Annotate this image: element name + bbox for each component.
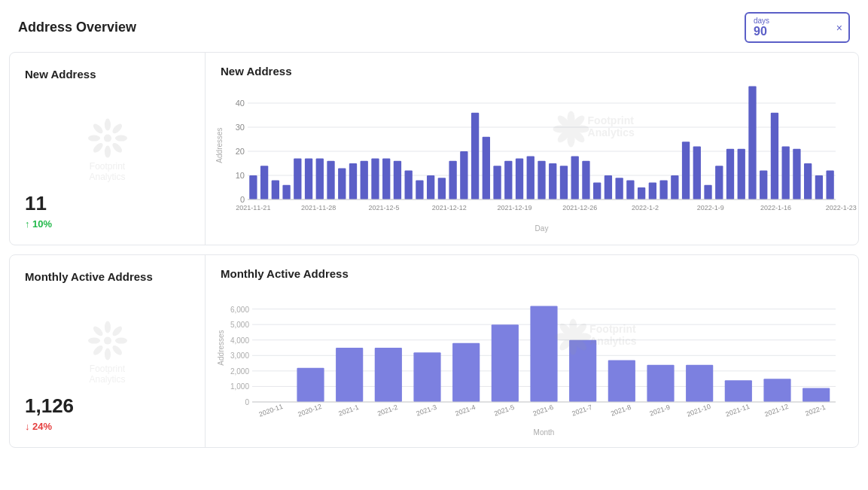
svg-rect-59 — [682, 142, 690, 199]
svg-rect-56 — [649, 183, 656, 199]
monthly-active-stat-title: Monthly Active Address — [25, 270, 190, 283]
svg-rect-21 — [260, 166, 268, 199]
days-value: 90 — [754, 25, 767, 38]
monthly-number: 1,126 — [25, 394, 74, 418]
svg-rect-34 — [405, 171, 413, 199]
svg-text:0: 0 — [245, 398, 249, 406]
svg-point-99 — [115, 337, 127, 343]
svg-rect-25 — [305, 159, 312, 199]
new-address-stat-title: New Address — [25, 68, 190, 81]
svg-point-96 — [104, 336, 111, 344]
new-address-chart: 010203040Addresses2021-11-212021-11-2820… — [213, 84, 843, 234]
svg-text:2021-12-26: 2021-12-26 — [562, 204, 597, 212]
svg-point-98 — [111, 324, 123, 337]
svg-rect-38 — [449, 161, 456, 199]
svg-rect-27 — [327, 161, 334, 199]
svg-text:2021-12-12: 2021-12-12 — [432, 204, 467, 212]
svg-text:2020-11: 2020-11 — [258, 403, 284, 418]
new-address-stat: New Address FootprintAnalyti — [10, 53, 206, 245]
svg-rect-69 — [793, 149, 800, 199]
svg-text:2021-1: 2021-1 — [337, 403, 360, 418]
svg-text:2021-11-21: 2021-11-21 — [236, 204, 270, 212]
svg-rect-23 — [282, 185, 290, 199]
monthly-change: ↓ 24% — [25, 421, 52, 432]
svg-text:Footprint: Footprint — [589, 323, 636, 335]
svg-rect-24 — [294, 159, 301, 199]
new-address-chart-area: New Address 010203040Addresses2021-11-21… — [206, 53, 858, 245]
svg-text:2021-11-28: 2021-11-28 — [301, 204, 336, 212]
svg-text:2021-12-19: 2021-12-19 — [497, 204, 531, 212]
svg-rect-47 — [549, 163, 556, 199]
svg-text:2021-2: 2021-2 — [376, 403, 399, 418]
svg-point-6 — [91, 141, 104, 154]
svg-rect-43 — [504, 161, 512, 199]
svg-rect-44 — [516, 159, 523, 199]
svg-text:2022-1-23: 2022-1-23 — [826, 204, 857, 212]
days-close-button[interactable]: × — [836, 23, 842, 33]
svg-text:2021-10: 2021-10 — [686, 403, 711, 418]
monthly-chart-area: Monthly Active Address 01,0002,0003,0004… — [206, 255, 858, 447]
svg-text:2021-11: 2021-11 — [725, 403, 751, 418]
svg-rect-50 — [582, 161, 589, 199]
svg-rect-53 — [615, 178, 623, 199]
svg-rect-20 — [249, 175, 257, 199]
page-header: Address Overview days 90 × — [0, 0, 868, 52]
svg-point-8 — [91, 122, 104, 135]
svg-text:2021-9: 2021-9 — [649, 403, 672, 418]
svg-text:2021-12: 2021-12 — [763, 403, 789, 418]
svg-point-3 — [115, 135, 127, 141]
svg-text:Addresses: Addresses — [217, 330, 225, 365]
svg-point-2 — [111, 122, 123, 135]
svg-point-0 — [104, 134, 111, 142]
svg-rect-30 — [361, 161, 368, 199]
svg-text:2021-5: 2021-5 — [493, 403, 516, 418]
svg-text:Analytics: Analytics — [588, 126, 635, 138]
svg-text:2022-1: 2022-1 — [804, 403, 827, 418]
svg-rect-33 — [394, 161, 401, 199]
svg-rect-134 — [803, 388, 830, 402]
svg-text:2020-12: 2020-12 — [297, 403, 322, 418]
svg-text:0: 0 — [240, 195, 245, 204]
svg-rect-52 — [605, 175, 612, 199]
svg-rect-45 — [527, 156, 535, 199]
svg-text:30: 30 — [236, 123, 245, 132]
svg-rect-58 — [671, 175, 678, 199]
footprint-logo-icon — [85, 115, 130, 160]
svg-point-4 — [111, 141, 123, 154]
svg-point-100 — [111, 343, 123, 356]
svg-point-103 — [88, 337, 100, 343]
svg-rect-48 — [560, 166, 568, 199]
days-filter[interactable]: days 90 × — [745, 12, 850, 43]
svg-rect-62 — [715, 166, 723, 199]
svg-rect-51 — [593, 183, 601, 199]
svg-rect-70 — [804, 163, 812, 199]
svg-rect-133 — [763, 379, 790, 402]
watermark-text-2: FootprintAnalytics — [89, 363, 125, 385]
svg-text:Month: Month — [534, 428, 555, 437]
svg-rect-65 — [748, 87, 756, 199]
svg-rect-42 — [493, 166, 501, 199]
svg-rect-39 — [460, 151, 468, 199]
svg-text:Addresses: Addresses — [215, 127, 224, 163]
monthly-chart-container: 01,0002,0003,0004,0005,0006,000Addresses… — [213, 286, 843, 440]
svg-rect-22 — [272, 180, 279, 199]
monthly-active-section: Monthly Active Address Footp — [9, 254, 859, 448]
svg-text:2021-3: 2021-3 — [416, 403, 438, 418]
new-address-chart-title: New Address — [213, 65, 843, 78]
svg-rect-71 — [815, 175, 823, 199]
svg-rect-72 — [826, 171, 833, 199]
new-address-watermark: FootprintAnalytics — [85, 115, 130, 182]
monthly-watermark: FootprintAnalytics — [85, 318, 130, 385]
svg-rect-55 — [638, 187, 645, 199]
svg-rect-66 — [760, 171, 767, 199]
svg-point-7 — [88, 135, 100, 141]
svg-rect-29 — [349, 163, 357, 199]
new-address-change: ↑ 10% — [25, 218, 52, 230]
svg-point-101 — [105, 348, 111, 360]
new-address-value-area: 11 ↑ 10% — [25, 177, 190, 230]
svg-text:2021-7: 2021-7 — [571, 403, 593, 418]
svg-point-97 — [105, 321, 111, 333]
svg-text:Footprint: Footprint — [588, 114, 635, 126]
svg-rect-68 — [782, 147, 790, 199]
svg-rect-36 — [427, 175, 434, 199]
